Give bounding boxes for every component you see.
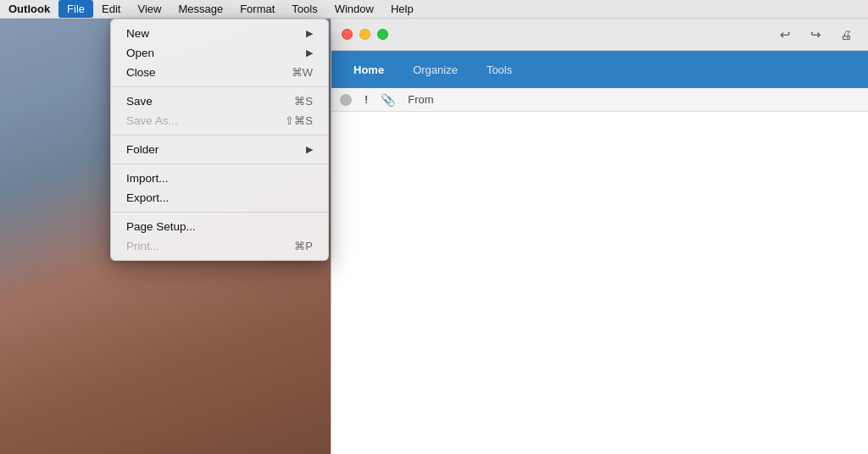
menubar-item-outlook[interactable]: Outlook: [0, 0, 58, 18]
menu-item-export-label: Export...: [126, 191, 169, 204]
menu-item-new-arrow: ▶: [306, 28, 313, 39]
traffic-light-close[interactable]: [342, 29, 353, 40]
separator-1: [111, 86, 328, 87]
redo-icon: ↪: [810, 27, 821, 42]
traffic-light-maximize[interactable]: [377, 29, 388, 40]
menu-item-save[interactable]: Save ⌘S: [111, 91, 328, 111]
from-column-label: From: [408, 93, 433, 106]
menubar: Outlook File Edit View Message Format To…: [0, 0, 868, 19]
tab-organize-label: Organize: [413, 64, 458, 76]
ribbon: Home Organize Tools: [331, 51, 868, 88]
tab-tools-label: Tools: [487, 64, 512, 76]
column-headers: ! 📎 From: [331, 88, 868, 112]
menu-item-folder-arrow: ▶: [306, 144, 313, 155]
window-titlebar: ↩ ↪ 🖨: [331, 19, 868, 51]
traffic-light-minimize[interactable]: [359, 29, 370, 40]
priority-column-icon: !: [364, 93, 368, 106]
menu-item-print-shortcut: ⌘P: [294, 240, 313, 252]
separator-2: [111, 135, 328, 136]
menu-item-page-setup[interactable]: Page Setup...: [111, 217, 328, 236]
menubar-item-view[interactable]: View: [129, 0, 170, 18]
menu-item-save-as-label: Save As...: [126, 114, 178, 127]
redo-button[interactable]: ↪: [804, 25, 827, 45]
separator-4: [111, 212, 328, 213]
menu-item-open-label: Open: [126, 47, 154, 59]
menubar-item-message[interactable]: Message: [170, 0, 231, 18]
attachment-column-icon: 📎: [381, 93, 395, 107]
menu-item-print[interactable]: Print... ⌘P: [111, 236, 328, 256]
undo-button[interactable]: ↩: [773, 25, 797, 45]
menu-item-new[interactable]: New ▶: [111, 24, 328, 43]
tab-home[interactable]: Home: [340, 51, 398, 88]
separator-3: [111, 163, 328, 164]
outlook-window: ↩ ↪ 🖨 Home Organize Tools ! 📎 From: [331, 19, 868, 454]
menu-item-page-setup-label: Page Setup...: [126, 220, 196, 233]
menu-item-print-label: Print...: [126, 240, 159, 252]
print-button[interactable]: 🖨: [834, 25, 858, 45]
undo-icon: ↩: [780, 27, 791, 42]
menu-item-export[interactable]: Export...: [111, 188, 328, 208]
menu-item-close-label: Close: [126, 66, 156, 79]
file-dropdown-menu: New ▶ Open ▶ Close ⌘W Save ⌘S Save As...…: [110, 19, 329, 261]
menu-item-folder-label: Folder: [126, 143, 159, 156]
tab-home-label: Home: [353, 64, 384, 76]
menubar-item-edit[interactable]: Edit: [93, 0, 129, 18]
tab-organize[interactable]: Organize: [399, 51, 471, 88]
email-list-area[interactable]: [331, 112, 868, 454]
menu-item-save-as[interactable]: Save As... ⇧⌘S: [111, 111, 328, 130]
menubar-item-help[interactable]: Help: [382, 0, 422, 18]
menu-item-import[interactable]: Import...: [111, 169, 328, 188]
menu-item-save-shortcut: ⌘S: [294, 95, 313, 108]
menubar-item-window[interactable]: Window: [326, 0, 382, 18]
menu-item-close[interactable]: Close ⌘W: [111, 63, 328, 82]
tab-tools[interactable]: Tools: [473, 51, 526, 88]
print-icon: 🖨: [840, 28, 852, 42]
menubar-item-file[interactable]: File: [58, 0, 93, 18]
menubar-item-format[interactable]: Format: [231, 0, 283, 18]
menu-item-open-arrow: ▶: [306, 47, 313, 58]
menu-item-save-label: Save: [126, 95, 153, 108]
menu-item-close-shortcut: ⌘W: [292, 66, 313, 79]
status-column-icon: [340, 94, 352, 106]
menu-item-save-as-shortcut: ⇧⌘S: [285, 114, 313, 127]
menu-item-new-label: New: [126, 27, 149, 40]
menubar-item-tools[interactable]: Tools: [283, 0, 326, 18]
menu-item-folder[interactable]: Folder ▶: [111, 140, 328, 159]
menu-item-import-label: Import...: [126, 172, 169, 185]
menu-item-open[interactable]: Open ▶: [111, 43, 328, 63]
